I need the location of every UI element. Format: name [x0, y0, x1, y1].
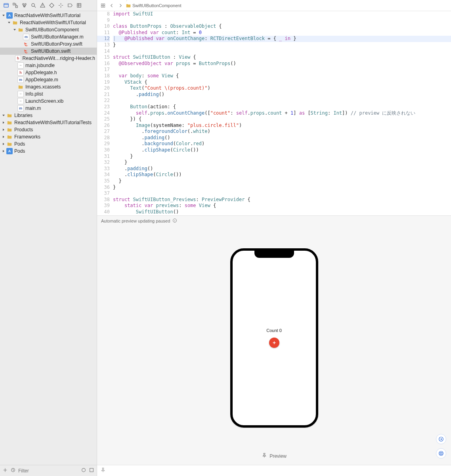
editor-bottom-bar [97, 465, 451, 476]
nav-tab-symbols-icon[interactable] [21, 2, 27, 8]
svg-rect-7 [77, 4, 81, 7]
tree-row[interactable]: Products [0, 126, 97, 133]
tree-label: Libraries [14, 112, 32, 119]
tree-label: SwiftUIButtonProxy.swift [31, 40, 82, 48]
svg-rect-11 [101, 4, 103, 5]
add-button-icon[interactable] [2, 467, 8, 474]
tree-label: Info.plist [25, 90, 43, 98]
tree-row[interactable]: ··LaunchScreen.xib [0, 98, 97, 105]
code-editor[interactable]: 8910111213141516171819202122232425262728… [97, 11, 451, 215]
tree-label: ReactNativeWit…ridging-Header.h [23, 55, 95, 62]
preview-footer: Preview [262, 450, 287, 465]
tree-row[interactable]: ··Info.plist [0, 90, 97, 98]
nav-tab-tests-icon[interactable] [49, 2, 55, 8]
iphone-device-frame: Count 0 [230, 248, 318, 428]
editor-pane: AReactNativeWithSwiftUITutorial〉ReactNat… [97, 0, 451, 476]
tree-label: Pods [14, 148, 25, 155]
svg-rect-13 [101, 6, 103, 7]
nav-tab-find-icon[interactable] [31, 2, 36, 8]
tree-label: SwiftUIButtonManager.m [31, 33, 84, 40]
tree-row[interactable]: hAppDelegate.h [0, 69, 97, 76]
pin-icon[interactable] [100, 467, 106, 474]
tree-label: Pods [14, 140, 25, 148]
tree-label: ReactNativeWithSwiftUITutorial [14, 12, 80, 19]
tree-label: Frameworks [14, 133, 40, 140]
tree-label: LaunchScreen.xib [25, 98, 63, 105]
svg-rect-12 [103, 4, 105, 5]
breadcrumb-item[interactable]: SwiftUIButtonComponent [126, 3, 193, 8]
nav-tab-project-icon[interactable] [3, 2, 9, 8]
svg-point-3 [23, 4, 24, 5]
project-navigator: AReactNativeWithSwiftUITutorialReactNati… [0, 0, 97, 476]
tree-row[interactable]: SwiftUIButtonProxy.swift [0, 40, 97, 48]
tree-label: AppDelegate.m [25, 76, 58, 83]
tree-row[interactable]: Frameworks [0, 133, 97, 140]
preview-footer-label: Preview [269, 453, 287, 459]
svg-rect-0 [4, 4, 8, 7]
nav-tab-issues-icon[interactable] [40, 2, 46, 8]
nav-back-icon[interactable] [108, 2, 115, 9]
tree-row[interactable]: AReactNativeWithSwiftUITutorial [0, 12, 97, 19]
preview-status-bar: Automatic preview updating paused [97, 216, 181, 226]
pin-preview-icon[interactable] [262, 453, 267, 459]
svg-point-9 [82, 468, 86, 472]
svg-point-18 [439, 451, 443, 456]
tree-row[interactable]: mmain.m [0, 105, 97, 112]
svg-rect-14 [103, 6, 105, 7]
nav-tab-breakpoints-icon[interactable] [67, 2, 73, 8]
info-icon[interactable] [172, 218, 177, 224]
tree-row[interactable]: SwiftUIButtonComponent [0, 26, 97, 33]
tree-label: ReactNativeWithSwiftUITutorialTests [14, 119, 92, 126]
canvas-controls [436, 434, 446, 459]
nav-tab-debug-icon[interactable] [58, 2, 64, 8]
tree-row[interactable]: hReactNativeWit…ridging-Header.h [0, 55, 97, 62]
preview-plus-button[interactable] [269, 338, 279, 348]
tree-row[interactable]: mAppDelegate.m [0, 76, 97, 83]
preview-count-label: Count 0 [266, 328, 282, 333]
svg-rect-1 [13, 3, 15, 5]
file-tree[interactable]: AReactNativeWithSwiftUITutorialReactNati… [0, 11, 97, 465]
tree-label: main.m [25, 105, 41, 112]
recent-filter-icon[interactable] [81, 467, 86, 474]
nav-tab-reports-icon[interactable] [76, 2, 82, 8]
tree-row[interactable]: Libraries [0, 112, 97, 119]
tree-label: SwiftUIButtonComponent [25, 26, 79, 33]
filter-input[interactable] [18, 468, 78, 474]
tree-row[interactable]: ReactNativeWithSwiftUITutorialTests [0, 119, 97, 126]
tree-label: AppDelegate.h [25, 69, 57, 76]
inspect-preview-button[interactable] [436, 448, 446, 459]
scm-filter-icon[interactable] [89, 467, 94, 474]
tree-row[interactable]: APods [0, 148, 97, 155]
canvas-preview: Automatic preview updating paused Count … [97, 215, 451, 465]
tree-label: SwiftUIButton.swift [31, 48, 71, 55]
navigator-toolbar [0, 0, 97, 11]
tree-label: main.jsbundle [25, 62, 55, 69]
live-preview-button[interactable] [436, 434, 446, 444]
filter-scope-icon[interactable] [10, 467, 16, 474]
nav-tab-source-control-icon[interactable] [12, 2, 18, 8]
jump-bar: AReactNativeWithSwiftUITutorial〉ReactNat… [97, 0, 451, 11]
navigator-filter-bar [0, 465, 97, 476]
tree-row[interactable]: Pods [0, 140, 97, 148]
svg-point-4 [25, 4, 26, 5]
svg-rect-19 [440, 453, 442, 454]
line-number-gutter: 8910111213141516171819202122232425262728… [97, 11, 113, 215]
tree-label: ReactNativeWithSwiftUITutorial [20, 19, 86, 26]
tree-row[interactable]: Images.xcassets [0, 83, 97, 90]
svg-point-6 [32, 4, 35, 7]
preview-status-text: Automatic preview updating paused [101, 219, 170, 223]
tree-row[interactable]: ··main.jsbundle [0, 62, 97, 69]
tree-row[interactable]: ReactNativeWithSwiftUITutorial [0, 19, 97, 26]
tree-label: Images.xcassets [25, 83, 61, 90]
tree-row[interactable]: mSwiftUIButtonManager.m [0, 33, 97, 40]
related-items-icon[interactable] [99, 2, 107, 9]
tree-row[interactable]: SwiftUIButton.swift [0, 48, 97, 55]
tree-label: Products [14, 126, 33, 133]
nav-forward-icon[interactable] [117, 2, 124, 9]
svg-rect-10 [90, 468, 94, 472]
